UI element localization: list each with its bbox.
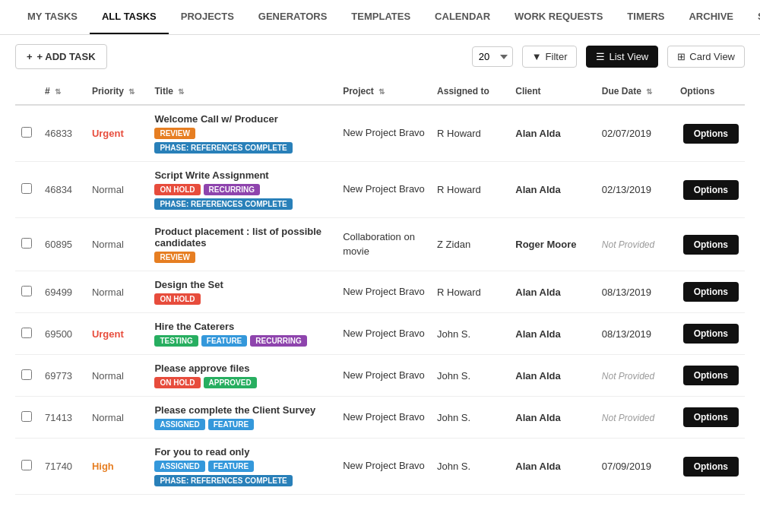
header-title[interactable]: Title ⇅ xyxy=(148,78,337,105)
task-client: Alan Alda xyxy=(509,105,596,162)
row-checkbox[interactable] xyxy=(21,286,32,296)
task-priority: Urgent xyxy=(86,313,149,355)
nav-item-work-requests[interactable]: WORK REQUESTS xyxy=(502,0,615,34)
nav-item-my-tasks[interactable]: MY TASKS xyxy=(15,0,90,34)
tasks-table: # ⇅Priority ⇅Title ⇅Project ⇅Assigned to… xyxy=(15,78,745,495)
task-options-button[interactable]: Options xyxy=(683,235,739,255)
header-client: Client xyxy=(509,78,596,105)
task-tag: REVIEW xyxy=(154,128,195,139)
task-options-cell: Options xyxy=(674,218,745,271)
task-options-button[interactable]: Options xyxy=(683,407,739,427)
row-checkbox[interactable] xyxy=(21,460,32,470)
task-priority: Normal xyxy=(86,162,149,218)
task-assigned-to: John S. xyxy=(431,439,509,495)
task-client: Alan Alda xyxy=(509,313,596,355)
task-project: New Project Bravo xyxy=(337,439,431,495)
task-title-cell: Script Write AssignmentON HOLDRECURRINGP… xyxy=(148,162,337,218)
task-tag: REVIEW xyxy=(154,252,195,263)
table-row: 69500UrgentHire the CaterersTESTINGFEATU… xyxy=(15,313,745,355)
card-icon: ⊞ xyxy=(677,51,686,62)
task-options-button[interactable]: Options xyxy=(683,324,739,344)
task-assigned-to: John S. xyxy=(431,397,509,439)
task-title-cell: Please approve filesON HOLDAPPROVED xyxy=(148,355,337,397)
row-checkbox[interactable] xyxy=(21,411,32,422)
list-view-button[interactable]: ☰ List View xyxy=(586,46,658,68)
per-page-select[interactable]: 20 50 100 xyxy=(472,46,513,67)
task-due-date: Not Provided xyxy=(596,355,674,397)
task-id: 46834 xyxy=(39,162,86,218)
add-task-button[interactable]: + + ADD TASK xyxy=(15,44,107,69)
task-options-button[interactable]: Options xyxy=(683,180,739,200)
table-row: 71413NormalPlease complete the Client Su… xyxy=(15,397,745,439)
task-tag: FEATURE xyxy=(208,419,254,430)
task-options-button[interactable]: Options xyxy=(683,366,739,385)
task-tag: RECURRING xyxy=(250,335,307,347)
task-assigned-to: R Howard xyxy=(431,271,509,313)
task-title-cell: Welcome Call w/ ProducerREVIEWPHASE: REF… xyxy=(148,105,337,162)
task-tag: PHASE: REFERENCES COMPLETE xyxy=(154,475,292,486)
table-row: 46833UrgentWelcome Call w/ ProducerREVIE… xyxy=(15,105,745,162)
row-checkbox[interactable] xyxy=(21,328,32,338)
task-client: Alan Alda xyxy=(509,355,596,397)
task-tag: ASSIGNED xyxy=(154,461,204,472)
card-view-label: Card View xyxy=(689,51,735,62)
nav-item-archive[interactable]: ARCHIVE xyxy=(676,0,746,34)
task-project: New Project Bravo xyxy=(337,313,431,355)
table-row: 71740HighFor you to read onlyASSIGNEDFEA… xyxy=(15,439,745,495)
nav-item-generators[interactable]: GENERATORS xyxy=(246,0,340,34)
task-title-cell: Design the SetON HOLD xyxy=(148,271,337,313)
task-priority: Urgent xyxy=(86,105,149,162)
task-project: New Project Bravo xyxy=(337,271,431,313)
row-checkbox[interactable] xyxy=(21,183,32,194)
task-project: New Project Bravo xyxy=(337,397,431,439)
row-checkbox[interactable] xyxy=(21,238,32,249)
toolbar: + + ADD TASK 20 50 100 ▼ Filter ☰ List V… xyxy=(0,35,760,78)
task-project: New Project Bravo xyxy=(337,355,431,397)
task-due-date: Not Provided xyxy=(596,218,674,271)
nav-item-templates[interactable]: TEMPLATES xyxy=(339,0,423,34)
task-title-cell: Product placement : list of possible can… xyxy=(148,218,337,271)
task-id: 46833 xyxy=(39,105,86,162)
nav-item-all-tasks[interactable]: ALL TASKS xyxy=(90,0,169,34)
task-title: Product placement : list of possible can… xyxy=(154,226,331,249)
task-title: For you to read only xyxy=(154,446,331,458)
task-id: 60895 xyxy=(39,218,86,271)
task-title: Please approve files xyxy=(154,363,331,374)
task-id: 71413 xyxy=(39,397,86,439)
task-project: New Project Bravo xyxy=(337,162,431,218)
task-title-cell: Please complete the Client SurveyASSIGNE… xyxy=(148,397,337,439)
filter-button[interactable]: ▼ Filter xyxy=(522,46,578,68)
list-icon: ☰ xyxy=(596,51,605,62)
row-checkbox[interactable] xyxy=(21,369,32,380)
task-options-button[interactable]: Options xyxy=(683,457,739,477)
card-view-button[interactable]: ⊞ Card View xyxy=(667,46,745,68)
header-priority[interactable]: Priority ⇅ xyxy=(86,78,149,105)
nav-item-calendar[interactable]: CALENDAR xyxy=(423,0,502,34)
add-task-label: + ADD TASK xyxy=(37,51,96,62)
table-row: 46834NormalScript Write AssignmentON HOL… xyxy=(15,162,745,218)
header-#[interactable]: # ⇅ xyxy=(39,78,86,105)
task-tag: FEATURE xyxy=(208,461,254,472)
task-tag: APPROVED xyxy=(204,377,257,388)
task-tag: FEATURE xyxy=(201,335,247,347)
task-options-cell: Options xyxy=(674,271,745,313)
task-options-cell: Options xyxy=(674,397,745,439)
header-project[interactable]: Project ⇅ xyxy=(337,78,431,105)
task-options-button[interactable]: Options xyxy=(683,282,739,302)
task-title: Design the Set xyxy=(154,279,331,290)
filter-icon: ▼ xyxy=(532,51,542,62)
nav-item-timers[interactable]: TIMERS xyxy=(615,0,676,34)
nav-item-projects[interactable]: PROJECTS xyxy=(169,0,246,34)
task-title: Script Write Assignment xyxy=(154,169,331,181)
task-due-date: 08/13/2019 xyxy=(596,313,674,355)
header-due-date[interactable]: Due Date ⇅ xyxy=(596,78,674,105)
list-view-label: List View xyxy=(609,51,648,62)
task-title: Welcome Call w/ Producer xyxy=(154,113,331,125)
plus-icon: + xyxy=(27,51,33,62)
task-title: Please complete the Client Survey xyxy=(154,404,331,416)
nav-item-settings[interactable]: SETTINGS xyxy=(746,0,760,34)
task-priority: Normal xyxy=(86,355,149,397)
task-id: 69773 xyxy=(39,355,86,397)
task-options-button[interactable]: Options xyxy=(683,124,739,144)
row-checkbox[interactable] xyxy=(21,127,32,138)
